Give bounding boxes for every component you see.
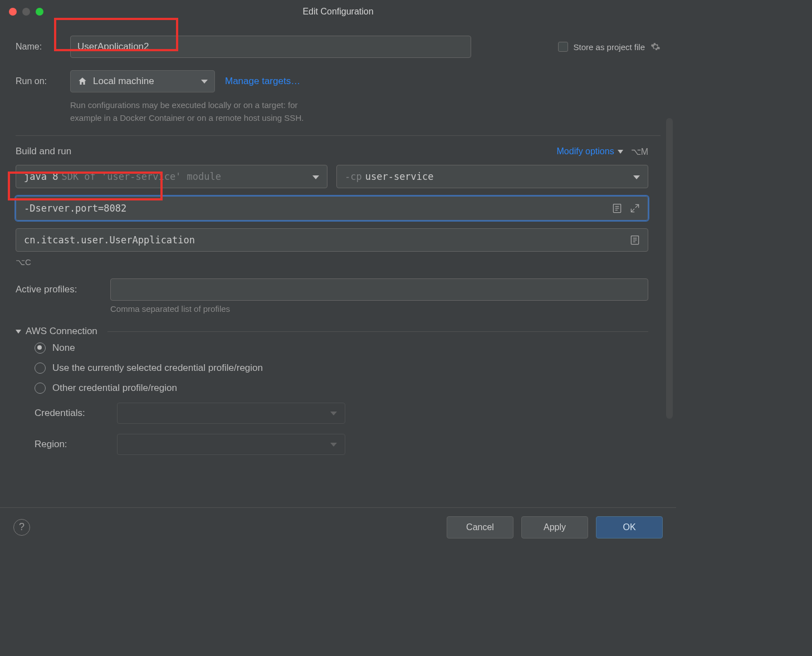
- chevron-down-icon: [16, 330, 21, 334]
- sdk-select[interactable]: java 8 SDK of 'user-service' module: [16, 165, 327, 188]
- modify-options-shortcut: ⌥M: [631, 146, 648, 157]
- credentials-label: Credentials:: [35, 408, 117, 419]
- run-on-value: Local machine: [93, 76, 195, 87]
- run-on-hint-2: example in a Docker Container or on a re…: [70, 112, 661, 125]
- chevron-down-icon: [312, 175, 319, 179]
- aws-none-label: None: [52, 342, 75, 354]
- region-select: [117, 434, 345, 455]
- chevron-down-icon: [618, 150, 623, 154]
- chevron-down-icon: [330, 443, 337, 447]
- window-minimize-button[interactable]: [22, 8, 30, 16]
- aws-current-profile-radio[interactable]: [35, 363, 46, 374]
- active-profiles-input[interactable]: [110, 278, 648, 301]
- run-on-label: Run on:: [16, 76, 70, 86]
- ok-button[interactable]: OK: [596, 516, 663, 538]
- aws-none-radio[interactable]: [35, 342, 46, 354]
- home-icon: [77, 76, 87, 86]
- store-as-project-file-checkbox[interactable]: [558, 42, 568, 52]
- region-label: Region:: [35, 439, 117, 450]
- name-input[interactable]: [70, 36, 471, 58]
- name-label: Name:: [16, 42, 70, 52]
- chevron-down-icon: [633, 175, 640, 179]
- window-zoom-button[interactable]: [36, 8, 43, 16]
- active-profiles-hint: Comma separated list of profiles: [110, 304, 648, 314]
- aws-other-profile-label: Other credential profile/region: [52, 383, 177, 394]
- expand-icon[interactable]: [629, 203, 640, 214]
- run-on-hint-1: Run configurations may be executed local…: [70, 99, 661, 112]
- apply-button[interactable]: Apply: [521, 516, 588, 538]
- credentials-select: [117, 403, 345, 424]
- chevron-down-icon: [201, 80, 208, 84]
- cancel-button[interactable]: Cancel: [447, 516, 513, 538]
- window-close-button[interactable]: [9, 8, 17, 16]
- manage-targets-link[interactable]: Manage targets…: [225, 76, 300, 87]
- aws-other-profile-radio[interactable]: [35, 383, 46, 394]
- store-as-project-file-label: Store as project file: [574, 42, 645, 52]
- window-title: Edit Configuration: [302, 7, 373, 17]
- main-class-shortcut: ⌥C: [16, 257, 648, 267]
- active-profiles-label: Active profiles:: [16, 284, 110, 295]
- run-on-select[interactable]: Local machine: [70, 70, 215, 92]
- build-and-run-title: Build and run: [16, 146, 71, 157]
- classpath-select[interactable]: -cp user-service: [336, 165, 648, 188]
- vm-options-input[interactable]: [16, 196, 648, 221]
- help-button[interactable]: ?: [13, 519, 30, 536]
- aws-connection-toggle[interactable]: AWS Connection: [16, 326, 648, 337]
- gear-icon[interactable]: [650, 42, 661, 52]
- scrollbar[interactable]: [666, 118, 673, 419]
- history-icon[interactable]: [612, 203, 623, 214]
- chevron-down-icon: [330, 412, 337, 415]
- modify-options-link[interactable]: Modify options: [557, 146, 623, 156]
- main-class-input[interactable]: [16, 228, 648, 252]
- aws-current-profile-label: Use the currently selected credential pr…: [52, 363, 263, 374]
- history-icon[interactable]: [629, 234, 640, 246]
